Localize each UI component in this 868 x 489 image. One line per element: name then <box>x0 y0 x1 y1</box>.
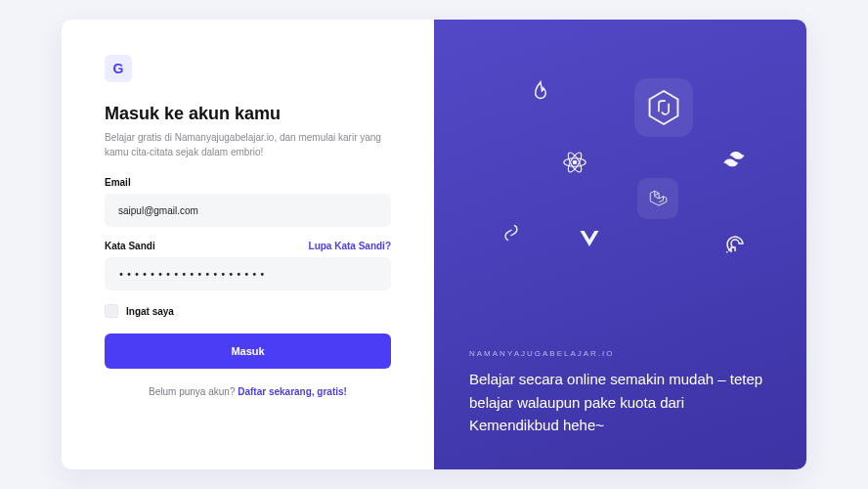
password-label-row: Kata Sandi Lupa Kata Sandi? <box>105 241 391 251</box>
login-card: G Masuk ke akun kamu Belajar gratis di N… <box>62 20 806 469</box>
remember-label: Ingat saya <box>126 306 174 317</box>
nodejs-tile <box>634 78 693 137</box>
svg-rect-4 <box>728 248 731 251</box>
laravel-icon <box>647 188 669 209</box>
login-button[interactable]: Masuk <box>105 333 391 369</box>
digitalocean-icon <box>725 234 745 253</box>
signup-link[interactable]: Daftar sekarang, gratis! <box>238 386 347 397</box>
vue-icon <box>579 230 600 247</box>
tech-icons-cluster <box>434 20 806 274</box>
signup-footer-text: Belum punya akun? <box>149 386 238 397</box>
email-label-row: Email <box>105 177 391 188</box>
react-icon <box>561 149 588 176</box>
email-label: Email <box>105 177 131 188</box>
hero-eyebrow: NAMANYAJUGABELAJAR.IO <box>469 349 771 358</box>
email-field[interactable] <box>105 194 391 227</box>
page-title: Masuk ke akun kamu <box>105 104 391 124</box>
forgot-password-link[interactable]: Lupa Kata Sandi? <box>309 241 391 251</box>
svelte-icon <box>502 223 520 243</box>
page-subtitle: Belajar gratis di Namanyajugabelajar.io,… <box>105 130 391 159</box>
svg-point-0 <box>573 160 577 164</box>
nodejs-icon <box>647 89 680 126</box>
remember-row: Ingat saya <box>105 304 391 318</box>
tailwind-icon <box>722 151 752 168</box>
password-field[interactable] <box>105 257 391 290</box>
laravel-tile <box>637 178 678 219</box>
svg-rect-5 <box>726 251 728 253</box>
signup-footer: Belum punya akun? Daftar sekarang, grati… <box>105 386 391 397</box>
brand-logo-letter: G <box>113 61 124 76</box>
password-label: Kata Sandi <box>105 241 155 251</box>
brand-logo: G <box>105 55 132 82</box>
flame-icon <box>532 80 549 102</box>
remember-checkbox[interactable] <box>105 304 118 318</box>
hero-text: Belajar secara online semakin mudah – te… <box>469 368 771 436</box>
hero-panel: NAMANYAJUGABELAJAR.IO Belajar secara onl… <box>434 20 806 469</box>
login-form-panel: G Masuk ke akun kamu Belajar gratis di N… <box>62 20 434 469</box>
